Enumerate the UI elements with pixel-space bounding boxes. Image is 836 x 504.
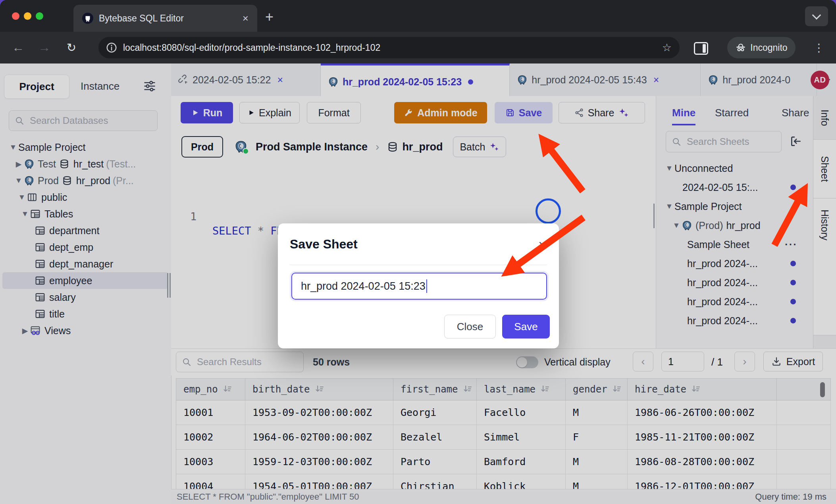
reload-button[interactable]: ↻ (63, 32, 80, 63)
browser-tab-title: Bytebase SQL Editor (99, 13, 243, 24)
window-minimize-button[interactable] (24, 12, 31, 20)
browser-window: Bytebase SQL Editor × + ← → ↻ localhost:… (0, 0, 836, 504)
dialog-header: Save Sheet × (290, 223, 547, 265)
new-tab-button[interactable]: + (265, 9, 274, 25)
tab-close-icon[interactable]: × (243, 13, 248, 23)
dialog-save-button[interactable]: Save (502, 315, 550, 339)
tab-search-button[interactable] (805, 6, 828, 26)
sheet-name-input[interactable]: hr_prod 2024-02-05 15:23 (291, 273, 547, 300)
bytebase-favicon (82, 13, 93, 24)
back-button[interactable]: ← (10, 32, 27, 63)
sheet-name-value: hr_prod 2024-02-05 15:23 (301, 280, 426, 292)
browser-menu-icon[interactable]: ⋮ (809, 32, 829, 63)
text-cursor (426, 279, 427, 293)
window-close-button[interactable] (12, 12, 19, 20)
save-sheet-dialog: Save Sheet × hr_prod 2024-02-05 15:23 Cl… (278, 223, 559, 348)
url-text[interactable]: localhost:8080/sql-editor/prod-sample-in… (123, 42, 662, 53)
incognito-label: Incognito (750, 42, 787, 53)
chevron-down-icon (812, 11, 821, 20)
dialog-title: Save Sheet (290, 237, 358, 252)
window-zoom-button[interactable] (36, 12, 43, 20)
side-panel-icon[interactable] (694, 42, 708, 55)
browser-tab[interactable]: Bytebase SQL Editor × (73, 5, 257, 32)
browser-navbar: ← → ↻ localhost:8080/sql-editor/prod-sam… (0, 32, 836, 63)
browser-titlebar: Bytebase SQL Editor × + (0, 0, 836, 32)
dialog-close-icon[interactable]: × (538, 239, 545, 250)
dialog-close-button[interactable]: Close (444, 315, 496, 339)
annotation-circle (536, 198, 561, 224)
site-info-icon[interactable] (106, 42, 118, 54)
bookmark-star-icon[interactable]: ☆ (662, 41, 672, 54)
forward-button[interactable]: → (36, 32, 53, 63)
incognito-badge: Incognito (727, 37, 796, 58)
address-bar[interactable]: localhost:8080/sql-editor/prod-sample-in… (98, 37, 680, 58)
incognito-icon (735, 42, 746, 53)
